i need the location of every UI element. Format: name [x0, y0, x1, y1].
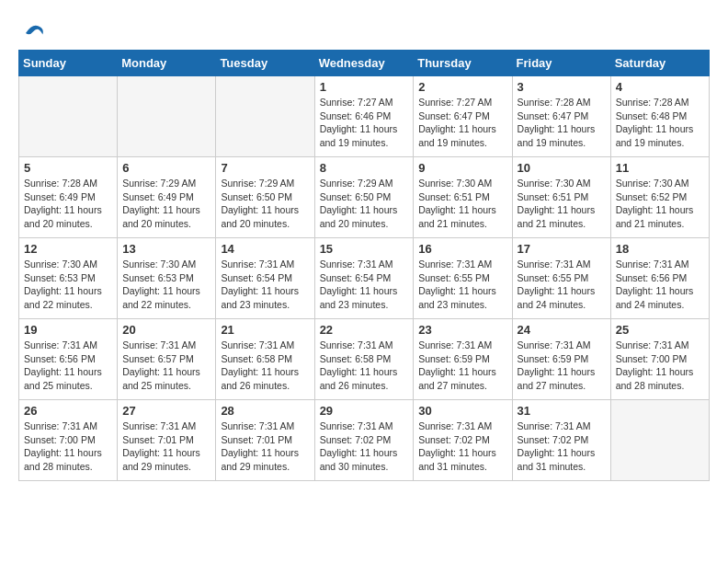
day-info: Sunrise: 7:30 AMSunset: 6:51 PMDaylight:… [518, 177, 606, 231]
day-info: Sunrise: 7:28 AMSunset: 6:47 PMDaylight:… [518, 96, 606, 150]
calendar-cell: 1Sunrise: 7:27 AMSunset: 6:46 PMDaylight… [314, 76, 414, 157]
calendar-cell: 4Sunrise: 7:28 AMSunset: 6:48 PMDaylight… [610, 76, 709, 157]
calendar-cell: 3Sunrise: 7:28 AMSunset: 6:47 PMDaylight… [512, 76, 610, 157]
day-number: 9 [418, 161, 506, 175]
day-info: Sunrise: 7:30 AMSunset: 6:53 PMDaylight:… [122, 258, 210, 312]
day-info: Sunrise: 7:31 AMSunset: 6:59 PMDaylight:… [418, 339, 506, 393]
day-number: 3 [518, 80, 606, 94]
page-header [18, 18, 710, 40]
day-number: 10 [518, 161, 606, 175]
day-info: Sunrise: 7:29 AMSunset: 6:50 PMDaylight:… [221, 177, 309, 231]
day-number: 11 [616, 161, 704, 175]
week-row-4: 19Sunrise: 7:31 AMSunset: 6:56 PMDayligh… [19, 319, 710, 400]
day-info: Sunrise: 7:29 AMSunset: 6:50 PMDaylight:… [320, 177, 409, 231]
day-number: 28 [221, 404, 309, 418]
day-number: 14 [221, 242, 309, 256]
day-number: 31 [518, 404, 606, 418]
day-info: Sunrise: 7:27 AMSunset: 6:47 PMDaylight:… [418, 96, 506, 150]
calendar-cell: 25Sunrise: 7:31 AMSunset: 7:00 PMDayligh… [610, 319, 709, 400]
calendar-header-row: SundayMondayTuesdayWednesdayThursdayFrid… [19, 51, 710, 76]
calendar-cell: 12Sunrise: 7:30 AMSunset: 6:53 PMDayligh… [19, 238, 118, 319]
day-info: Sunrise: 7:27 AMSunset: 6:46 PMDaylight:… [320, 96, 409, 150]
day-number: 4 [616, 80, 704, 94]
day-number: 21 [221, 323, 309, 337]
day-info: Sunrise: 7:31 AMSunset: 6:54 PMDaylight:… [221, 258, 309, 312]
day-header-saturday: Saturday [610, 51, 709, 76]
day-number: 6 [122, 161, 210, 175]
day-info: Sunrise: 7:31 AMSunset: 7:02 PMDaylight:… [518, 419, 606, 474]
calendar-cell: 13Sunrise: 7:30 AMSunset: 6:53 PMDayligh… [118, 238, 216, 319]
calendar-cell: 8Sunrise: 7:29 AMSunset: 6:50 PMDaylight… [314, 157, 414, 238]
day-number: 1 [320, 80, 409, 94]
day-number: 7 [221, 161, 309, 175]
day-info: Sunrise: 7:30 AMSunset: 6:52 PMDaylight:… [616, 177, 704, 231]
day-number: 30 [418, 404, 506, 418]
calendar-cell: 21Sunrise: 7:31 AMSunset: 6:58 PMDayligh… [216, 319, 314, 400]
day-info: Sunrise: 7:31 AMSunset: 6:57 PMDaylight:… [122, 339, 210, 393]
week-row-3: 12Sunrise: 7:30 AMSunset: 6:53 PMDayligh… [19, 238, 710, 319]
week-row-5: 26Sunrise: 7:31 AMSunset: 7:00 PMDayligh… [19, 400, 710, 481]
day-number: 12 [24, 242, 112, 256]
calendar-cell: 11Sunrise: 7:30 AMSunset: 6:52 PMDayligh… [610, 157, 709, 238]
calendar-cell: 31Sunrise: 7:31 AMSunset: 7:02 PMDayligh… [512, 400, 610, 481]
day-number: 18 [616, 242, 704, 256]
day-number: 16 [418, 242, 506, 256]
day-number: 17 [518, 242, 606, 256]
day-info: Sunrise: 7:31 AMSunset: 6:54 PMDaylight:… [320, 258, 409, 312]
day-info: Sunrise: 7:28 AMSunset: 6:48 PMDaylight:… [616, 96, 704, 150]
day-number: 24 [518, 323, 606, 337]
day-info: Sunrise: 7:31 AMSunset: 7:02 PMDaylight:… [320, 419, 409, 474]
calendar-cell: 27Sunrise: 7:31 AMSunset: 7:01 PMDayligh… [118, 400, 216, 481]
day-header-friday: Friday [512, 51, 610, 76]
calendar-cell: 19Sunrise: 7:31 AMSunset: 6:56 PMDayligh… [19, 319, 118, 400]
day-number: 13 [122, 242, 210, 256]
calendar-cell: 30Sunrise: 7:31 AMSunset: 7:02 PMDayligh… [414, 400, 512, 481]
day-number: 8 [320, 161, 409, 175]
calendar-cell: 16Sunrise: 7:31 AMSunset: 6:55 PMDayligh… [414, 238, 512, 319]
calendar-cell: 9Sunrise: 7:30 AMSunset: 6:51 PMDaylight… [414, 157, 512, 238]
day-header-wednesday: Wednesday [314, 51, 414, 76]
day-number: 5 [24, 161, 112, 175]
day-number: 25 [616, 323, 704, 337]
day-number: 26 [24, 404, 112, 418]
day-info: Sunrise: 7:29 AMSunset: 6:49 PMDaylight:… [122, 177, 210, 231]
week-row-2: 5Sunrise: 7:28 AMSunset: 6:49 PMDaylight… [19, 157, 710, 238]
calendar-cell: 26Sunrise: 7:31 AMSunset: 7:00 PMDayligh… [19, 400, 118, 481]
day-number: 20 [122, 323, 210, 337]
calendar-table: SundayMondayTuesdayWednesdayThursdayFrid… [18, 50, 710, 481]
calendar-cell: 28Sunrise: 7:31 AMSunset: 7:01 PMDayligh… [216, 400, 314, 481]
calendar-cell: 18Sunrise: 7:31 AMSunset: 6:56 PMDayligh… [610, 238, 709, 319]
calendar-cell: 17Sunrise: 7:31 AMSunset: 6:55 PMDayligh… [512, 238, 610, 319]
day-info: Sunrise: 7:31 AMSunset: 7:01 PMDaylight:… [221, 419, 309, 474]
day-header-thursday: Thursday [414, 51, 512, 76]
day-info: Sunrise: 7:31 AMSunset: 6:55 PMDaylight:… [518, 258, 606, 312]
day-info: Sunrise: 7:31 AMSunset: 6:55 PMDaylight:… [418, 258, 506, 312]
calendar-cell: 23Sunrise: 7:31 AMSunset: 6:59 PMDayligh… [414, 319, 512, 400]
day-info: Sunrise: 7:31 AMSunset: 7:00 PMDaylight:… [616, 339, 704, 393]
day-info: Sunrise: 7:31 AMSunset: 7:01 PMDaylight:… [122, 419, 210, 474]
day-number: 2 [418, 80, 506, 94]
calendar-cell: 6Sunrise: 7:29 AMSunset: 6:49 PMDaylight… [118, 157, 216, 238]
day-info: Sunrise: 7:30 AMSunset: 6:51 PMDaylight:… [418, 177, 506, 231]
calendar-cell: 24Sunrise: 7:31 AMSunset: 6:59 PMDayligh… [512, 319, 610, 400]
day-info: Sunrise: 7:31 AMSunset: 7:02 PMDaylight:… [418, 419, 506, 474]
day-number: 15 [320, 242, 409, 256]
day-info: Sunrise: 7:31 AMSunset: 6:56 PMDaylight:… [24, 339, 112, 393]
calendar-cell: 5Sunrise: 7:28 AMSunset: 6:49 PMDaylight… [19, 157, 118, 238]
day-header-sunday: Sunday [19, 51, 118, 76]
day-number: 23 [418, 323, 506, 337]
calendar-cell: 2Sunrise: 7:27 AMSunset: 6:47 PMDaylight… [414, 76, 512, 157]
calendar-cell: 14Sunrise: 7:31 AMSunset: 6:54 PMDayligh… [216, 238, 314, 319]
week-row-1: 1Sunrise: 7:27 AMSunset: 6:46 PMDaylight… [19, 76, 710, 157]
day-number: 29 [320, 404, 409, 418]
calendar-cell: 15Sunrise: 7:31 AMSunset: 6:54 PMDayligh… [314, 238, 414, 319]
calendar-cell: 22Sunrise: 7:31 AMSunset: 6:58 PMDayligh… [314, 319, 414, 400]
day-number: 22 [320, 323, 409, 337]
calendar-cell: 10Sunrise: 7:30 AMSunset: 6:51 PMDayligh… [512, 157, 610, 238]
calendar-cell [118, 76, 216, 157]
day-info: Sunrise: 7:31 AMSunset: 6:58 PMDaylight:… [320, 339, 409, 393]
day-number: 27 [122, 404, 210, 418]
day-info: Sunrise: 7:28 AMSunset: 6:49 PMDaylight:… [24, 177, 112, 231]
logo [18, 18, 44, 40]
calendar-cell: 29Sunrise: 7:31 AMSunset: 7:02 PMDayligh… [314, 400, 414, 481]
